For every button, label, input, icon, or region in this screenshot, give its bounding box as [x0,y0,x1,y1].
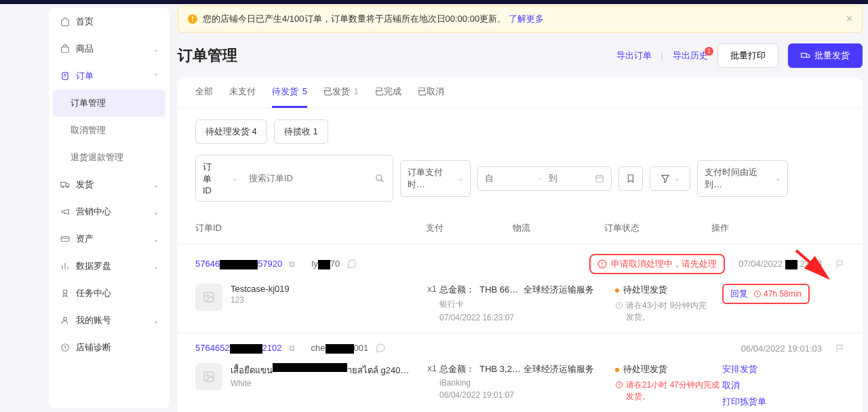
product-variant: White [231,379,420,388]
sort-select[interactable]: 支付时间由近到… ⌄ [697,160,788,197]
product-variant: 123 [231,295,420,305]
nav-diagnostics[interactable]: 店铺诊断 [49,334,170,361]
chevron-down-icon: ⌄ [153,181,159,189]
chat-icon[interactable] [375,343,386,354]
svg-point-5 [62,186,63,187]
col-logistics-header: 物流 [513,222,604,234]
pill-pending-pickup[interactable]: 待揽收 1 [274,119,328,144]
flag-icon[interactable] [835,259,845,269]
svg-point-33 [206,374,208,376]
search-type-select[interactable]: 订单ID ⌄ [196,155,245,201]
chat-icon[interactable] [347,259,357,269]
nav-label: 数据罗盘 [76,260,153,272]
tab-all[interactable]: 全部 [195,86,213,108]
copy-icon[interactable]: ⧉ [289,343,295,353]
nav-orders[interactable]: 订单 ⌃ [49,62,170,90]
tab-shipped[interactable]: 已发货 1 [323,86,359,108]
chevron-down-icon: ⌄ [674,174,679,182]
buyer-name: che001 [311,343,369,354]
col-id-header: 订单ID [195,222,426,234]
svg-rect-4 [61,183,66,187]
tab-completed[interactable]: 已完成 [375,86,401,108]
svg-line-17 [381,179,384,182]
product-thumbnail[interactable] [195,284,222,311]
order-status: 待处理发货 [615,284,722,296]
quota-alert: ! 您的店铺今日已产生4/100订单，订单数量将于店铺所在地次日00:00:00… [178,5,863,33]
tab-toship[interactable]: 待发货 5 [272,86,307,108]
arrange-ship-link[interactable]: 安排发货 [722,363,845,375]
date-range-picker[interactable]: - [477,166,612,191]
redacted [230,344,262,354]
pill-pending-ship[interactable]: 待处理发货 4 [195,119,267,144]
chevron-down-icon: ⌄ [153,45,159,53]
filter-button[interactable]: ⌄ [650,166,690,191]
home-icon [60,16,71,27]
subnav-cancel-mgmt[interactable]: 取消管理 [49,117,170,144]
nav-products[interactable]: 商品 ⌄ [49,35,170,62]
info-icon: ! [188,14,197,24]
alert-learn-more-link[interactable]: 了解更多 [509,13,544,25]
svg-point-27 [206,295,208,297]
megaphone-icon [60,206,71,217]
svg-point-12 [63,290,67,294]
calendar-icon [595,174,604,183]
nav-home[interactable]: 首页 [49,8,170,35]
chevron-down-icon: ⌄ [775,174,781,182]
chevron-down-icon: ⌄ [458,174,463,182]
subnav-refund-mgmt[interactable]: 退货退款管理 [49,144,170,171]
nav-label: 我的账号 [76,314,153,326]
chevron-down-icon: ⌄ [232,174,237,182]
nav-label: 任务中心 [76,287,159,299]
product-name: Testcase-kj019 [231,284,420,294]
cancel-link[interactable]: 取消 [722,379,845,392]
main-content: ! 您的店铺今日已产生4/100订单，订单数量将于店铺所在地次日00:00:00… [170,0,868,412]
redacted [326,344,354,354]
reply-link[interactable]: 回复 [730,288,748,300]
search-icon[interactable] [367,168,393,189]
table-header: 订单ID 支付 物流 订单状态 操作 [178,212,863,244]
batch-ship-button[interactable]: 批量发货 [788,43,863,68]
svg-rect-18 [596,175,604,181]
order-timestamp: 07/04/2022 :23:03 [738,259,822,269]
product-qty: x1 [420,284,437,294]
nav-label: 首页 [76,16,159,28]
nav-account[interactable]: 我的账号 ⌄ [49,307,170,334]
order-row: 57646522102 ⧉ che001 06/04/2022 19:01:03 [178,333,863,412]
bookmark-button[interactable] [618,166,643,191]
tabs: 全部 未支付 待发货 5 已发货 1 已完成 已取消 [178,77,863,109]
flag-icon[interactable] [835,343,845,353]
export-history-link[interactable]: 导出历史 1 [673,50,708,62]
product-thumbnail[interactable] [195,363,222,390]
copy-icon[interactable]: ⧉ [289,259,295,269]
tab-cancelled[interactable]: 已取消 [418,86,444,108]
nav-tasks[interactable]: 任务中心 [49,280,170,307]
export-order-link[interactable]: 导出订单 [616,50,652,62]
date-from-input[interactable] [485,173,532,183]
sidebar: 首页 商品 ⌄ 订单 ⌃ 订单管理 取消管理 退货退款管理 发货 ⌄ [0,0,170,412]
col-status-header: 订单状态 [604,222,711,234]
date-to-input[interactable] [549,173,588,183]
close-icon[interactable]: × [846,13,852,25]
nav-data[interactable]: 数据罗盘 ⌄ [49,252,170,280]
date-type-select[interactable]: 订单支付时… ⌄ [400,160,471,197]
file-icon [60,71,71,81]
nav-shipping[interactable]: 发货 ⌄ [49,171,170,198]
nav-label: 订单 [76,70,153,82]
buyer-name: ly70 [311,259,340,269]
order-id-link[interactable]: 57646522102 [195,343,282,354]
reply-callout: 回复 47h 58min [722,284,810,304]
nav-marketing[interactable]: 营销中心 ⌄ [49,198,170,225]
batch-print-button[interactable]: 批量打印 [717,43,778,68]
subnav-order-mgmt[interactable]: 订单管理 [53,90,165,117]
tab-unpaid[interactable]: 未支付 [229,86,256,108]
payment-total: 总金额： THB 66… [439,284,524,296]
svg-point-25 [602,266,603,267]
nav-assets[interactable]: 资产 ⌄ [49,225,170,252]
search-input[interactable] [245,168,367,189]
svg-rect-15 [802,54,807,58]
print-picklist-link[interactable]: 打印拣货单 [722,396,845,408]
order-row: 5764657920 ⧉ ly70 申请取消处理中，请先处理 [178,244,863,333]
cancel-alert-text: 申请取消处理中，请先处理 [611,258,717,270]
order-id-link[interactable]: 5764657920 [195,259,282,269]
chart-icon [60,261,71,271]
